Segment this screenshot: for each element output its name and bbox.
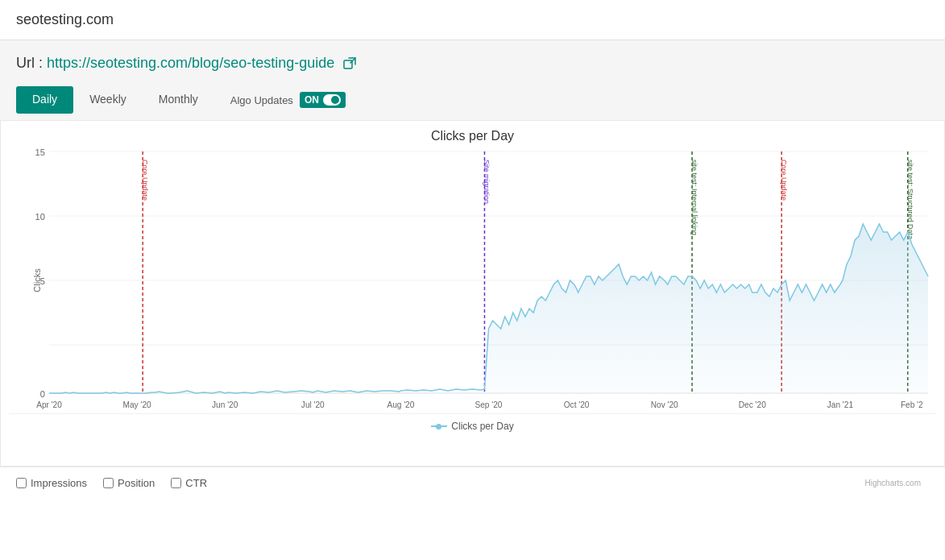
tab-daily[interactable]: Daily xyxy=(16,86,73,114)
svg-text:Sep '20: Sep '20 xyxy=(475,400,503,409)
chart-title: Clicks per Day xyxy=(9,129,936,143)
algo-updates-toggle[interactable]: ON xyxy=(300,92,346,108)
toggle-switch xyxy=(323,94,341,106)
toggle-on-text: ON xyxy=(305,94,319,106)
impressions-checkbox[interactable] xyxy=(16,478,27,488)
legend-label: Clicks per Day xyxy=(451,421,513,432)
position-label: Position xyxy=(118,477,155,489)
chart-legend: Clicks per Day xyxy=(9,413,936,435)
impressions-label: Impressions xyxy=(31,477,87,489)
url-link[interactable]: https://seotesting.com/blog/seo-testing-… xyxy=(47,55,334,71)
svg-text:Dec '20: Dec '20 xyxy=(739,400,766,409)
tab-monthly[interactable]: Monthly xyxy=(143,86,214,114)
controls-row: Daily Weekly Monthly Algo Updates ON xyxy=(0,80,945,120)
toggle-knob xyxy=(331,96,339,104)
svg-text:Core Update: Core Update xyxy=(780,160,788,201)
svg-text:Jun '20: Jun '20 xyxy=(212,400,238,409)
ctr-checkbox[interactable] xyxy=(171,478,181,488)
ctr-label: CTR xyxy=(185,477,207,489)
impressions-checkbox-label[interactable]: Impressions xyxy=(16,477,87,489)
svg-text:site test: Internal linking: site test: Internal linking xyxy=(690,160,698,235)
tab-weekly[interactable]: Weekly xyxy=(73,86,143,114)
y-axis-label: Clicks xyxy=(32,268,42,292)
top-bar: seotesting.com xyxy=(0,0,945,40)
svg-text:May '20: May '20 xyxy=(123,400,151,409)
algo-updates-label: Algo Updates xyxy=(230,94,293,106)
svg-text:Jul '20: Jul '20 xyxy=(301,400,325,409)
svg-text:Core Update: Core Update xyxy=(141,160,149,201)
site-title: seotesting.com xyxy=(16,11,114,27)
url-bar: Url : https://seotesting.com/blog/seo-te… xyxy=(0,40,945,80)
chart-container: Clicks per Day Clicks 15 10 5 0 Apr '20 … xyxy=(0,120,945,467)
svg-text:Nov '20: Nov '20 xyxy=(651,400,678,409)
chart-svg: 15 10 5 0 Apr '20 May '20 Jun '20 Jul '2… xyxy=(49,151,928,409)
svg-text:Feb '2: Feb '2 xyxy=(901,400,923,409)
svg-text:Aug '20: Aug '20 xyxy=(387,400,414,409)
position-checkbox-label[interactable]: Position xyxy=(103,477,155,489)
svg-text:Oct '20: Oct '20 xyxy=(564,400,590,409)
svg-text:site test: Structured Data: site test: Structured Data xyxy=(906,160,914,240)
legend-clicks-per-day[interactable]: Clicks per Day xyxy=(431,421,513,432)
position-checkbox[interactable] xyxy=(103,478,114,488)
svg-text:Site migration: Site migration xyxy=(483,160,491,204)
svg-text:Jan '21: Jan '21 xyxy=(827,400,854,409)
checkboxes-row: Impressions Position CTR Highcharts.com xyxy=(0,467,945,499)
url-label: Url : https://seotesting.com/blog/seo-te… xyxy=(16,55,356,71)
ctr-checkbox-label[interactable]: CTR xyxy=(171,477,207,489)
highcharts-credit: Highcharts.com xyxy=(857,475,929,491)
algo-updates-section: Algo Updates ON xyxy=(230,92,346,108)
external-link-icon xyxy=(343,57,356,70)
